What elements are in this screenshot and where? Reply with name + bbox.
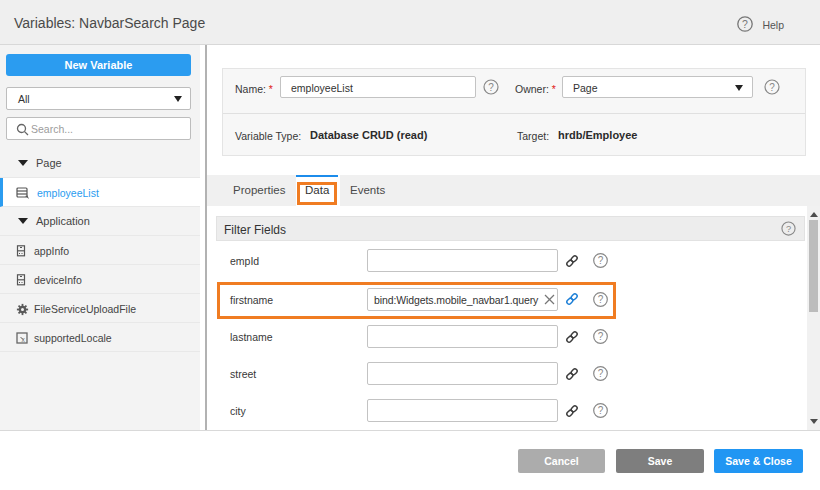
svg-text:?: ?: [742, 18, 748, 30]
svg-text:?: ?: [488, 82, 494, 93]
svg-text:?: ?: [769, 82, 775, 93]
svg-text:?: ?: [786, 224, 791, 234]
